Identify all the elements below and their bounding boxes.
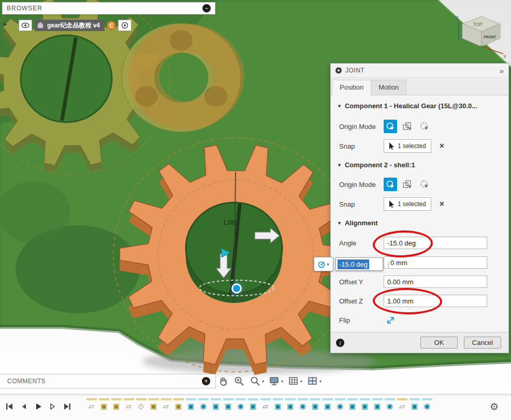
joint-origin-point[interactable] bbox=[232, 284, 241, 293]
origin-mode-simple-button-2[interactable] bbox=[384, 178, 397, 191]
offset-x-input[interactable]: 0 mm bbox=[384, 256, 487, 269]
origin-mode-simple-button[interactable] bbox=[384, 120, 397, 133]
olive-hub[interactable] bbox=[21, 35, 112, 122]
floating-angle-input[interactable]: -15.0 deg bbox=[335, 257, 383, 271]
info-icon[interactable]: i bbox=[336, 339, 344, 347]
browser-collapse-button[interactable]: − bbox=[202, 4, 211, 12]
expand-panel-icon[interactable]: » bbox=[500, 67, 504, 75]
timeline-feature-23[interactable]: ▣ bbox=[359, 398, 370, 411]
go-to-end-button[interactable] bbox=[63, 402, 71, 411]
between-faces-icon bbox=[402, 122, 413, 131]
timeline-feature-20[interactable]: ▣ bbox=[322, 398, 333, 411]
sync-status-badge[interactable]: C bbox=[107, 21, 115, 30]
timeline-settings-button[interactable]: ⚙ bbox=[490, 401, 499, 413]
timeline-feature-17[interactable]: ▣ bbox=[285, 398, 296, 411]
snap-clear-button-2[interactable]: × bbox=[440, 199, 444, 209]
offset-y-input[interactable]: 0.00 mm bbox=[384, 276, 487, 288]
origin-mode-label: Origin Mode bbox=[339, 123, 384, 131]
alignment-section-header[interactable]: ▼ Alignment bbox=[337, 219, 377, 227]
timeline-feature-15[interactable]: ▱ bbox=[260, 398, 271, 411]
comments-panel-header[interactable]: COMMENTS + bbox=[0, 374, 216, 388]
add-comment-button[interactable]: + bbox=[202, 377, 210, 385]
step-forward-button[interactable] bbox=[49, 402, 56, 411]
step-back-button[interactable] bbox=[20, 402, 27, 411]
snap-clear-button-1[interactable]: × bbox=[440, 141, 444, 151]
timeline-feature-25[interactable]: ◉ bbox=[384, 398, 395, 411]
viewports-dropdown[interactable]: ▾ bbox=[307, 375, 322, 387]
flip-button[interactable] bbox=[384, 315, 397, 325]
origin-mode-two-edges-button-2[interactable] bbox=[418, 178, 431, 191]
timeline-feature-24[interactable]: ▣ bbox=[372, 398, 383, 411]
joint-dialog-footer: i OK Cancel bbox=[331, 332, 508, 353]
timeline-playback-controls bbox=[5, 402, 71, 411]
snap-selection-2-value: 1 selected bbox=[398, 200, 426, 208]
snap-selection-2[interactable]: 1 selected bbox=[384, 197, 431, 211]
timeline-feature-4[interactable]: ▱ bbox=[123, 398, 134, 411]
timeline-feature-12[interactable]: ▣ bbox=[223, 398, 233, 411]
tab-position[interactable]: Position bbox=[332, 80, 371, 95]
floating-angle-input-group: ▾ -15.0 deg ⋮ bbox=[314, 257, 390, 271]
comments-title: COMMENTS bbox=[7, 378, 46, 385]
timeline-feature-26[interactable]: ▱ bbox=[397, 398, 407, 411]
tab-motion[interactable]: Motion bbox=[371, 80, 406, 95]
timeline-feature-8[interactable]: ▣ bbox=[173, 398, 184, 411]
timeline-feature-11[interactable]: ▣ bbox=[210, 398, 221, 411]
cancel-button[interactable]: Cancel bbox=[464, 337, 501, 349]
timeline-feature-10[interactable]: ◉ bbox=[198, 398, 209, 411]
zoom-in-icon bbox=[233, 375, 245, 387]
timeline-feature-9[interactable]: ▣ bbox=[185, 398, 196, 411]
display-settings-dropdown[interactable]: ▾ bbox=[269, 375, 283, 387]
timeline-feature-21[interactable]: ◉ bbox=[334, 398, 345, 411]
grid-snap-dropdown[interactable]: ▾ bbox=[288, 375, 302, 387]
browser-panel-header[interactable]: BROWSER − bbox=[2, 2, 215, 15]
fit-dropdown[interactable]: ▾ bbox=[250, 375, 264, 387]
origin-mode-between-faces-button[interactable] bbox=[401, 120, 414, 133]
browser-document-row[interactable]: gear纪念品教程 v4 C bbox=[19, 19, 132, 32]
zoom-button[interactable] bbox=[233, 375, 245, 387]
joint-dialog: JOINT » Position Motion ▼ Component 1 - … bbox=[330, 63, 509, 353]
ok-button[interactable]: OK bbox=[420, 337, 458, 349]
collapse-triangle-icon[interactable]: ▼ bbox=[337, 163, 342, 168]
view-cube[interactable]: Z TOP FRONT X bbox=[449, 8, 507, 58]
timeline-feature-5[interactable]: ◇ bbox=[136, 398, 147, 411]
viewcube-front-label: FRONT bbox=[484, 35, 497, 39]
snap-selection-1[interactable]: 1 selected bbox=[384, 139, 431, 153]
angle-input[interactable]: -15.0 deg bbox=[384, 237, 487, 249]
manipulator-mode-button[interactable]: ▾ bbox=[314, 257, 333, 271]
component2-section-header[interactable]: ▼ Component 2 - shell:1 bbox=[337, 161, 415, 169]
collapse-triangle-icon[interactable]: ▼ bbox=[337, 104, 342, 109]
visibility-toggle[interactable] bbox=[19, 20, 32, 31]
timeline-feature-18[interactable]: ◉ bbox=[297, 398, 308, 411]
timeline-feature-28[interactable]: ◉ bbox=[421, 398, 432, 411]
target-icon bbox=[121, 21, 129, 30]
timeline-feature-7[interactable]: ▱ bbox=[160, 398, 171, 411]
timeline-feature-13[interactable]: ◉ bbox=[235, 398, 246, 411]
timeline-feature-27[interactable]: ▣ bbox=[409, 398, 420, 411]
origin-mode-between-faces-button-2[interactable] bbox=[401, 178, 414, 191]
play-button[interactable] bbox=[34, 402, 42, 411]
go-to-start-button[interactable] bbox=[5, 402, 13, 411]
pan-button[interactable] bbox=[217, 375, 229, 387]
timeline-feature-14[interactable]: ▣ bbox=[247, 398, 258, 411]
timeline-feature-16[interactable]: ▣ bbox=[272, 398, 283, 411]
drag-grip-icon[interactable]: ⋮ bbox=[385, 260, 390, 268]
component1-section-header[interactable]: ▼ Component 1 - Healical Gear (15L@30.0.… bbox=[337, 102, 477, 110]
timeline-feature-3[interactable]: ▣ bbox=[111, 398, 122, 411]
joint-dialog-title: JOINT bbox=[345, 67, 364, 74]
origin-target-button[interactable] bbox=[118, 20, 132, 31]
two-edges-icon bbox=[420, 122, 429, 131]
cursor-icon bbox=[389, 200, 395, 208]
offset-z-input[interactable]: 1.00 mm bbox=[384, 295, 487, 307]
timeline-feature-22[interactable]: ▣ bbox=[347, 398, 358, 411]
document-chip[interactable]: gear纪念品教程 v4 bbox=[35, 20, 105, 31]
timeline-feature-6[interactable]: ▣ bbox=[148, 398, 159, 411]
browser-title: BROWSER bbox=[7, 5, 42, 12]
timeline-feature-1[interactable]: ▱ bbox=[86, 398, 97, 411]
browser-expand-arrow[interactable]: ▶ bbox=[3, 21, 7, 27]
collapse-triangle-icon[interactable]: ▼ bbox=[337, 221, 342, 226]
timeline-feature-19[interactable]: ▣ bbox=[310, 398, 320, 411]
joint-tab-strip: Position Motion bbox=[331, 78, 508, 95]
origin-mode-two-edges-button[interactable] bbox=[418, 120, 431, 133]
timeline-feature-2[interactable]: ▣ bbox=[98, 398, 109, 411]
joint-dialog-header[interactable]: JOINT » bbox=[331, 64, 508, 78]
